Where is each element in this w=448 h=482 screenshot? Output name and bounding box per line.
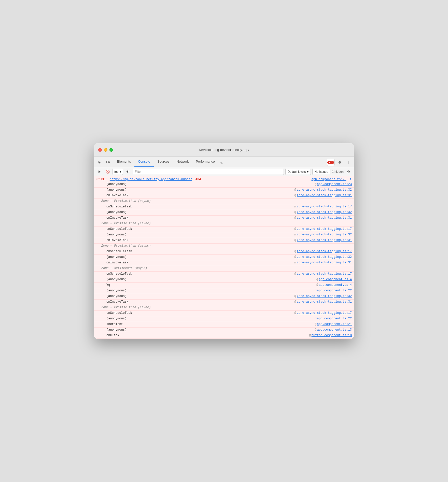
minimize-button[interactable] xyxy=(104,148,107,152)
console-row: onClick @button.component.ts:18 xyxy=(94,333,354,339)
tab-performance[interactable]: Performance xyxy=(192,157,218,167)
source-link[interactable]: app.component.ts:4 xyxy=(319,283,352,287)
context-selector[interactable]: top ▾ xyxy=(113,169,123,175)
source-location: @app.component.ts:4 xyxy=(312,278,352,281)
source-location: @zone-async-stack-tagging.ts:32 xyxy=(290,233,352,236)
error-url-link[interactable]: https://ng-devtools.netlify.app/random-n… xyxy=(110,178,192,181)
console-row: Zone — Promise.then (async) xyxy=(94,199,354,204)
source-link[interactable]: zone-async-stack-tagging.ts:31 xyxy=(297,261,352,264)
status-code: 404 xyxy=(195,178,201,181)
source-link[interactable]: zone-async-stack-tagging.ts:17 xyxy=(297,250,352,253)
close-button[interactable] xyxy=(98,148,102,152)
source-link[interactable]: zone-async-stack-tagging.ts:32 xyxy=(297,210,352,214)
tab-network[interactable]: Network xyxy=(173,157,192,167)
maximize-button[interactable] xyxy=(109,148,113,152)
source-location: @app.component.ts:13 xyxy=(311,328,352,332)
tab-console[interactable]: Console xyxy=(134,157,154,167)
async-zone-label: Zone — Promise.then (async) xyxy=(101,222,352,225)
device-icon xyxy=(106,160,110,164)
error-count-button[interactable]: ✕ 1 xyxy=(327,159,334,166)
tab-actions: ✕ 1 ⚙ ⋮ xyxy=(327,159,352,167)
svg-rect-1 xyxy=(109,162,109,163)
tab-sources[interactable]: Sources xyxy=(154,157,173,167)
more-tabs-button[interactable]: » xyxy=(218,159,225,167)
source-link[interactable]: zone-async-stack-tagging.ts:31 xyxy=(297,300,352,304)
row-content: increment xyxy=(101,322,311,326)
tab-elements[interactable]: Elements xyxy=(114,157,134,167)
log-levels-button[interactable]: Default levels ▾ xyxy=(285,169,311,175)
source-link[interactable]: zone-async-stack-tagging.ts:17 xyxy=(297,272,352,276)
source-link[interactable]: app.component.ts:22 xyxy=(317,289,352,292)
console-row: Zone — Promise.then (async) xyxy=(94,305,354,311)
device-toggle-button[interactable] xyxy=(104,159,111,166)
console-row: (anonymous) @zone-async-stack-tagging.ts… xyxy=(94,188,354,193)
source-link[interactable]: zone-async-stack-tagging.ts:31 xyxy=(297,216,352,220)
error-icon: ✕ xyxy=(96,177,97,181)
devtools-tab-bar: Elements Console Sources Network Perform… xyxy=(94,157,354,167)
at-prefix: @ xyxy=(295,255,296,259)
row-content: (anonymous) xyxy=(101,294,290,298)
console-row: (anonymous) @zone-async-stack-tagging.ts… xyxy=(94,232,354,238)
async-zone-label: Zone — Promise.then (async) xyxy=(101,306,352,309)
source-location: @zone-async-stack-tagging.ts:31 xyxy=(290,194,352,197)
source-link[interactable]: zone-async-stack-tagging.ts:32 xyxy=(297,255,352,259)
source-location: @zone-async-stack-tagging.ts:31 xyxy=(290,300,352,304)
source-link[interactable]: app.component.ts:13 xyxy=(317,328,352,332)
inspect-element-button[interactable] xyxy=(96,159,103,166)
source-location: @zone-async-stack-tagging.ts:17 xyxy=(290,227,352,231)
source-link[interactable]: app.component.ts:23 xyxy=(312,178,346,181)
source-location: @zone-async-stack-tagging.ts:31 xyxy=(290,216,352,220)
console-row: (anonymous) @zone-async-stack-tagging.ts… xyxy=(94,294,354,300)
console-row: onScheduleTask @zone-async-stack-tagging… xyxy=(94,204,354,210)
source-link[interactable]: button.component.ts:18 xyxy=(312,334,352,337)
source-link[interactable]: zone-async-stack-tagging.ts:31 xyxy=(297,238,352,242)
source-location: @zone-async-stack-tagging.ts:32 xyxy=(290,294,352,298)
at-prefix: @ xyxy=(295,272,296,276)
console-row: (anonymous) @zone-async-stack-tagging.ts… xyxy=(94,210,354,216)
source-link[interactable]: zone-async-stack-tagging.ts:17 xyxy=(297,311,352,315)
console-row: Zone — setTimeout (async) xyxy=(94,266,354,272)
source-link[interactable]: zone-async-stack-tagging.ts:31 xyxy=(297,194,352,197)
source-link[interactable]: zone-async-stack-tagging.ts:17 xyxy=(297,205,352,208)
source-link[interactable]: zone-async-stack-tagging.ts:32 xyxy=(297,233,352,236)
filter-input[interactable] xyxy=(133,169,284,175)
dropdown-arrow-icon: ▾ xyxy=(120,170,121,174)
source-link[interactable]: zone-async-stack-tagging.ts:17 xyxy=(297,227,352,231)
source-link[interactable]: zone-async-stack-tagging.ts:32 xyxy=(297,188,352,192)
console-row: increment @app.component.ts:21 xyxy=(94,322,354,328)
more-options-button[interactable]: ⋮ xyxy=(345,159,352,166)
devtools-window: DevTools - ng-devtools.netlify.app/ Elem… xyxy=(94,143,354,339)
cursor-icon xyxy=(98,160,102,164)
source-location: @zone-async-stack-tagging.ts:31 xyxy=(290,238,352,242)
settings-button[interactable]: ⚙ xyxy=(336,159,343,166)
no-issues-button[interactable]: No Issues xyxy=(312,169,330,175)
console-row: onScheduleTask @zone-async-stack-tagging… xyxy=(94,249,354,255)
async-zone-label: Zone — setTimeout (async) xyxy=(101,266,352,270)
block-button[interactable]: 🚫 xyxy=(104,168,111,175)
source-link[interactable]: app.component.ts:22 xyxy=(317,317,352,320)
source-location: @app.component.ts:22 xyxy=(311,317,352,320)
clear-console-button[interactable] xyxy=(96,168,103,175)
http-method: GET xyxy=(101,178,107,181)
source-link[interactable]: app.component.ts:21 xyxy=(317,322,352,326)
console-row: onScheduleTask @zone-async-stack-tagging… xyxy=(94,227,354,232)
source-link[interactable]: app.component.ts:4 xyxy=(319,278,352,281)
at-prefix: @ xyxy=(295,227,296,231)
eye-icon: 👁 xyxy=(126,170,130,174)
console-settings-button[interactable]: ⚙ xyxy=(345,168,352,175)
row-content: (anonymous) xyxy=(101,255,290,259)
triangle-icon: ▼ xyxy=(98,177,100,180)
console-row: onInvokeTask @zone-async-stack-tagging.t… xyxy=(94,300,354,305)
context-label: top xyxy=(114,170,119,174)
source-location: @app.component.ts:23 xyxy=(311,182,352,186)
source-location: @zone-async-stack-tagging.ts:31 xyxy=(290,261,352,264)
source-link[interactable]: app.component.ts:23 xyxy=(317,182,352,186)
upload-icon[interactable]: ⬆ xyxy=(350,177,352,181)
row-content: (anonymous) xyxy=(101,210,290,214)
console-row: Zone — Promise.then (async) xyxy=(94,244,354,249)
console-row: ✕ ▼ GET https://ng-devtools.netlify.app/… xyxy=(94,176,354,182)
source-link[interactable]: zone-async-stack-tagging.ts:32 xyxy=(297,294,352,298)
source-location: @zone-async-stack-tagging.ts:17 xyxy=(290,250,352,253)
traffic-lights xyxy=(98,148,113,152)
eye-button[interactable]: 👁 xyxy=(124,168,131,175)
